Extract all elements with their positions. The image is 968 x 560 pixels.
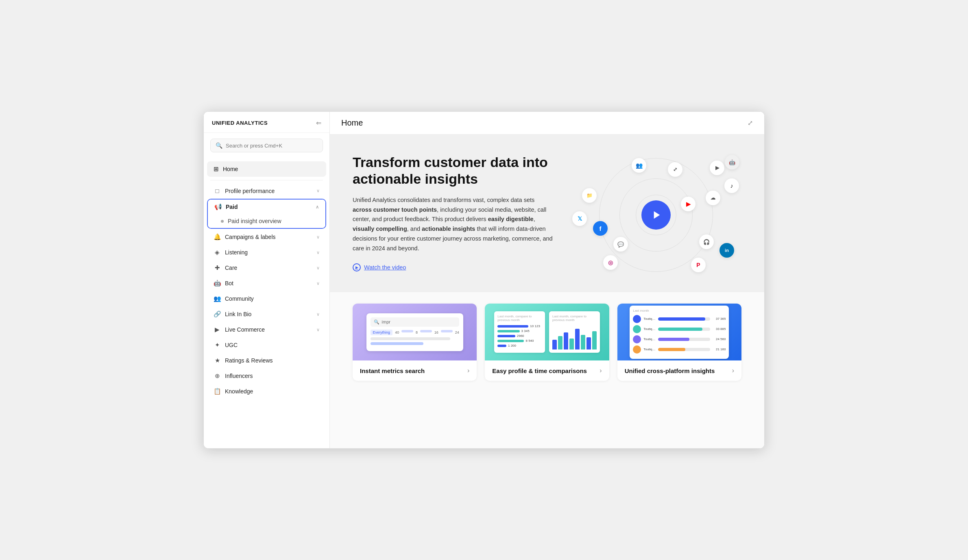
sidebar-item-bot[interactable]: 🤖 Bot ∨ — [207, 276, 326, 291]
card-preview-easy-profile: Last month, compare to previous month 10… — [485, 304, 609, 360]
listening-icon: ◈ — [214, 249, 221, 256]
sidebar-item-paid-section: 📢 Paid ∧ Paid insight overview — [207, 199, 326, 229]
live-commerce-label: Live Commerce — [225, 326, 265, 333]
main-content: Home ⤢ Transform customer data into acti… — [330, 112, 764, 448]
card-arrow-instant-metrics: › — [467, 367, 469, 374]
mock-chart-panel-right: Last month, compare to previous month — [549, 311, 600, 353]
watch-video-label: Watch the video — [364, 264, 406, 271]
card-preview-instant-metrics: 🔍 impr Everything 40 8 16 24 — [353, 304, 477, 360]
profile-performance-label: Profile performance — [225, 188, 275, 194]
app-frame: UNIFIED ANALYTICS ⇐ 🔍 ⊞ Home □ Profile p… — [203, 111, 765, 449]
orbit-diagram: 👥 ⤢ ▶ 🤖 📁 𝕏 — [571, 154, 741, 276]
sidebar-item-knowledge[interactable]: 📋 Knowledge — [207, 384, 326, 399]
watch-video-link[interactable]: ▶ Watch the video — [353, 263, 554, 271]
campaigns-label: Campaigns & labels — [225, 234, 276, 240]
sidebar: UNIFIED ANALYTICS ⇐ 🔍 ⊞ Home □ Profile p… — [204, 112, 330, 448]
feature-card-easy-profile[interactable]: Last month, compare to previous month 10… — [485, 304, 609, 381]
sidebar-item-campaigns-labels[interactable]: 🔔 Campaigns & labels ∨ — [207, 230, 326, 244]
card-label-unified-cross-platform: Unified cross-platform insights — [625, 367, 715, 374]
card-arrow-easy-profile: › — [600, 367, 602, 374]
influencers-icon: ⊕ — [214, 372, 221, 380]
orbit-node-robot: 🤖 — [725, 155, 739, 169]
orbit-node-folder: 📁 — [582, 188, 597, 203]
care-label: Care — [225, 265, 237, 271]
sidebar-item-community[interactable]: 👥 Community — [207, 291, 326, 306]
search-bar[interactable]: 🔍 — [210, 139, 323, 152]
orbit-node-pinterest: P — [691, 258, 706, 272]
mock-bar-chart — [552, 325, 597, 349]
sidebar-item-influencers[interactable]: ⊕ Influencers — [207, 369, 326, 383]
card-label-instant-metrics: Instant metrics search — [360, 367, 425, 374]
mock-search-input: 🔍 impr — [371, 317, 459, 327]
link-in-bio-label: Link In Bio — [225, 311, 251, 317]
influencers-label: Influencers — [225, 373, 253, 379]
paid-label: Paid — [226, 204, 238, 210]
sidebar-item-care[interactable]: ✚ Care ∨ — [207, 260, 326, 275]
sidebar-item-link-in-bio[interactable]: 🔗 Link In Bio ∨ — [207, 307, 326, 321]
sidebar-item-profile-performance[interactable]: □ Profile performance ∨ — [207, 184, 326, 198]
paid-insight-overview-label: Paid insight overview — [228, 218, 281, 224]
orbit-node-users: 👥 — [632, 158, 646, 173]
orbit-node-youtube: ▶ — [681, 197, 695, 211]
chevron-down-icon: ∨ — [316, 327, 320, 332]
ugc-icon: ✦ — [214, 341, 221, 349]
mock-chart-ui: Last month, compare to previous month 10… — [494, 311, 600, 353]
sidebar-nav: ⊞ Home □ Profile performance ∨ 📢 Paid — [204, 158, 329, 401]
feature-card-instant-metrics[interactable]: 🔍 impr Everything 40 8 16 24 — [353, 304, 477, 381]
orbit-node-twitter: 𝕏 — [572, 211, 587, 226]
knowledge-icon: 📋 — [214, 388, 221, 395]
hero-description: Unified Analytics consolidates and trans… — [353, 195, 554, 254]
orbit-node-cloud: ☁ — [706, 191, 720, 205]
care-icon: ✚ — [214, 264, 221, 271]
sidebar-item-ratings-reviews[interactable]: ★ Ratings & Reviews — [207, 353, 326, 368]
hero-section: Transform customer data into actionable … — [330, 135, 764, 292]
chevron-down-icon: ∨ — [316, 281, 320, 286]
brand-title: UNIFIED ANALYTICS — [212, 120, 268, 126]
orbit-center-button[interactable] — [641, 200, 671, 230]
mock-platform-ui: Last month Toutiq… 37 365 Toutiq… 33 885 — [630, 306, 729, 359]
card-body-instant-metrics: Instant metrics search › — [353, 360, 477, 381]
profile-performance-icon: □ — [214, 187, 221, 194]
search-input[interactable] — [226, 143, 318, 149]
orbit-node-facebook: f — [593, 221, 608, 236]
sidebar-item-live-commerce[interactable]: ▶ Live Commerce ∨ — [207, 322, 326, 337]
mock-chart-panel-left: Last month, compare to previous month 10… — [494, 311, 545, 353]
live-commerce-icon: ▶ — [214, 326, 221, 333]
play-icon: ▶ — [353, 263, 361, 271]
card-body-easy-profile: Easy profile & time comparisons › — [485, 360, 609, 381]
listening-label: Listening — [225, 249, 248, 256]
nav-divider — [210, 180, 323, 180]
card-body-unified-cross-platform: Unified cross-platform insights › — [617, 360, 741, 381]
hero-text: Transform customer data into actionable … — [353, 154, 554, 271]
expand-icon[interactable]: ⤢ — [748, 119, 753, 127]
chevron-down-icon: ∨ — [316, 265, 320, 271]
sidebar-item-ugc[interactable]: ✦ UGC — [207, 338, 326, 352]
home-label: Home — [223, 166, 238, 172]
hero-title: Transform customer data into actionable … — [353, 154, 554, 187]
sidebar-item-home[interactable]: ⊞ Home — [207, 161, 326, 177]
card-arrow-unified-cross-platform: › — [732, 367, 734, 374]
orbit-node-linkedin: in — [719, 243, 734, 258]
knowledge-label: Knowledge — [225, 388, 253, 395]
search-icon: 🔍 — [216, 142, 222, 149]
community-icon: 👥 — [214, 295, 221, 302]
sidebar-item-listening[interactable]: ◈ Listening ∨ — [207, 245, 326, 260]
orbit-node-tiktok: ♪ — [724, 178, 739, 193]
bot-icon: 🤖 — [214, 280, 221, 287]
sidebar-item-paid-insight-overview[interactable]: Paid insight overview — [208, 214, 325, 228]
orbit-play-icon — [650, 208, 663, 221]
sidebar-item-paid[interactable]: 📢 Paid ∧ — [208, 200, 325, 214]
campaigns-icon: 🔔 — [214, 233, 221, 241]
feature-card-unified-cross-platform[interactable]: Last month Toutiq… 37 365 Toutiq… 33 885 — [617, 304, 741, 381]
paid-icon: 📢 — [214, 203, 222, 211]
orbit-node-monitor: ▶ — [710, 161, 724, 175]
ratings-label: Ratings & Reviews — [225, 357, 273, 364]
collapse-icon[interactable]: ⇐ — [316, 119, 321, 127]
card-preview-unified-cross-platform: Last month Toutiq… 37 365 Toutiq… 33 885 — [617, 304, 741, 360]
chevron-down-icon: ∨ — [316, 250, 320, 255]
bot-label: Bot — [225, 280, 233, 287]
mock-search-ui: 🔍 impr Everything 40 8 16 24 — [366, 313, 463, 351]
card-label-easy-profile: Easy profile & time comparisons — [492, 367, 587, 374]
sidebar-header: UNIFIED ANALYTICS ⇐ — [204, 112, 329, 133]
subitem-dot — [221, 220, 224, 223]
